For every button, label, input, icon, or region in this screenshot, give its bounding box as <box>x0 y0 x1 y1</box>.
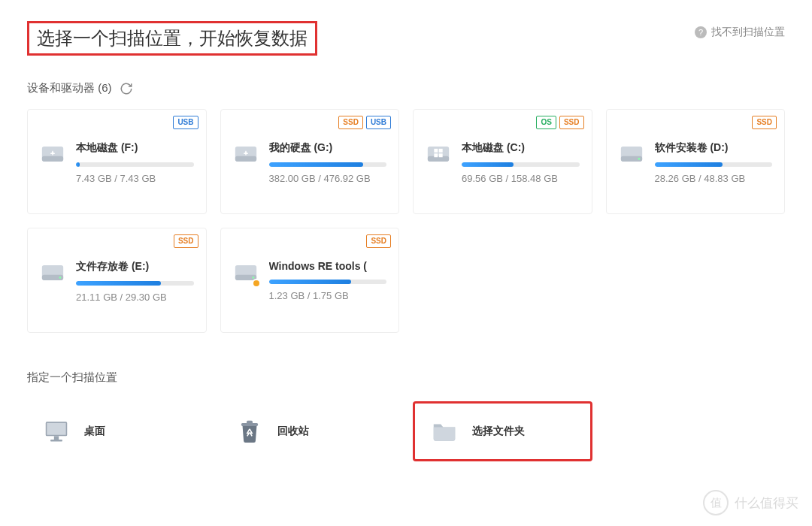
svg-rect-4 <box>52 151 53 156</box>
drive-size: 69.56 GB / 158.48 GB <box>462 173 580 184</box>
folder-icon <box>430 417 459 446</box>
drive-name: 本地磁盘 (F:) <box>76 141 194 155</box>
svg-rect-26 <box>47 423 65 435</box>
svg-point-24 <box>252 277 254 279</box>
svg-rect-1 <box>42 156 63 162</box>
svg-rect-6 <box>235 156 256 162</box>
drive-card[interactable]: SSDUSB 我的硬盘 (G:) 382.00 GB / 476.92 GB <box>220 109 400 214</box>
badge-os: OS <box>536 116 556 129</box>
drive-icon <box>233 141 259 167</box>
badge-row: SSD <box>174 234 198 248</box>
drive-name: 文件存放卷 (E:) <box>76 260 194 274</box>
drive-name: 软件安装卷 (D:) <box>655 141 773 155</box>
usage-bar <box>269 280 387 284</box>
drive-card[interactable]: SSD Windows RE tools ( 1.23 GB / 1.75 GB <box>220 228 400 333</box>
drive-card[interactable]: SSD 文件存放卷 (E:) 21.11 GB / 29.30 GB <box>27 228 207 333</box>
drive-icon <box>233 260 259 286</box>
svg-rect-12 <box>434 149 438 153</box>
watermark-text: 什么值得买 <box>735 494 798 512</box>
recycle-icon <box>235 417 264 446</box>
target-label: 回收站 <box>277 425 309 438</box>
badge-usb: USB <box>173 116 198 129</box>
drive-icon <box>40 141 65 167</box>
drive-size: 1.23 GB / 1.75 GB <box>269 290 387 301</box>
usage-bar <box>462 162 580 167</box>
target-label: 选择文件夹 <box>472 425 525 438</box>
badge-ssd: SSD <box>752 116 777 129</box>
drive-name: 本地磁盘 (C:) <box>462 141 580 155</box>
svg-rect-11 <box>428 156 449 162</box>
badge-ssd: SSD <box>174 234 198 248</box>
drive-name: 我的硬盘 (G:) <box>269 141 387 155</box>
watermark: 值 什么值得买 <box>703 490 798 515</box>
badge-row: OSSSD <box>536 116 583 129</box>
badge-row: SSDUSB <box>338 116 391 129</box>
svg-rect-15 <box>439 153 443 157</box>
watermark-icon: 值 <box>703 490 729 515</box>
usage-bar <box>655 162 773 167</box>
drive-card[interactable]: USB 本地磁盘 (F:) 7.43 GB / 7.43 GB <box>27 109 207 214</box>
badge-ssd: SSD <box>366 234 391 248</box>
target-card[interactable]: 桌面 <box>27 401 207 461</box>
svg-rect-27 <box>54 436 59 440</box>
svg-rect-14 <box>434 153 438 157</box>
svg-point-18 <box>638 158 640 160</box>
svg-rect-13 <box>439 149 443 153</box>
devices-section-title: 设备和驱动器 (6) <box>27 81 112 95</box>
warning-icon <box>252 279 261 288</box>
usage-bar <box>269 162 387 167</box>
badge-row: SSD <box>366 234 391 248</box>
drive-card[interactable]: OSSSD 本地磁盘 (C:) 69.56 GB / 158.48 GB <box>413 109 592 214</box>
desktop-icon <box>42 417 71 446</box>
drive-size: 382.00 GB / 476.92 GB <box>269 173 387 184</box>
drive-card[interactable]: SSD 软件安装卷 (D:) 28.26 GB / 48.83 GB <box>606 109 786 214</box>
target-card[interactable]: 回收站 <box>220 401 400 461</box>
drive-icon <box>619 141 644 167</box>
target-card[interactable]: 选择文件夹 <box>413 401 592 461</box>
page-title: 选择一个扫描位置，开始恢复数据 <box>27 21 317 56</box>
drive-size: 7.43 GB / 7.43 GB <box>76 173 194 184</box>
svg-point-21 <box>59 277 62 279</box>
svg-rect-28 <box>50 440 62 441</box>
drive-icon <box>40 260 65 286</box>
drive-size: 28.26 GB / 48.83 GB <box>655 173 773 184</box>
help-link[interactable]: ? 找不到扫描位置 <box>695 26 785 39</box>
help-label: 找不到扫描位置 <box>711 26 785 39</box>
badge-ssd: SSD <box>559 116 584 129</box>
badge-usb: USB <box>366 116 391 129</box>
target-label: 桌面 <box>84 425 105 438</box>
drive-icon <box>426 141 451 167</box>
targets-section-title: 指定一个扫描位置 <box>27 370 785 385</box>
svg-rect-9 <box>245 151 246 156</box>
badge-row: USB <box>173 116 198 129</box>
usage-bar <box>76 162 194 167</box>
badge-ssd: SSD <box>338 116 363 129</box>
refresh-icon[interactable] <box>120 82 133 95</box>
svg-rect-30 <box>247 421 253 424</box>
question-icon: ? <box>695 26 707 38</box>
drive-name: Windows RE tools ( <box>269 260 387 272</box>
badge-row: SSD <box>752 116 777 129</box>
drive-size: 21.11 GB / 29.30 GB <box>76 292 194 303</box>
usage-bar <box>76 281 194 286</box>
